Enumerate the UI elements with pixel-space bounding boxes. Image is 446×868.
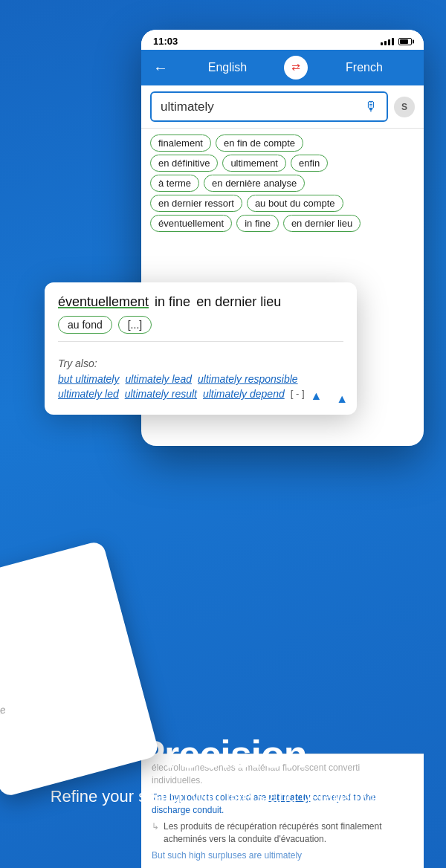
signal-icon xyxy=(381,38,394,45)
result-main-words: éventuellement in fine en dernier lieu xyxy=(58,294,343,310)
result-word-en-dernier-lieu[interactable]: en dernier lieu xyxy=(196,294,281,310)
chip-en-dernier-lieu[interactable]: en dernier lieu xyxy=(283,215,361,232)
try-link-but-ultimately[interactable]: but ultimately xyxy=(58,373,119,385)
chip-enfin[interactable]: enfin xyxy=(291,155,328,172)
s-badge[interactable]: S xyxy=(394,97,415,117)
app-header: ← English ⇄ French xyxy=(141,50,424,85)
chip-row-2: en définitive ultimement enfin xyxy=(150,155,415,172)
result-secondary: au fond [...] ▲ xyxy=(58,316,343,334)
try-link-ultimately-responsible[interactable]: ultimately responsible xyxy=(198,373,298,385)
swap-languages-button[interactable]: ⇄ xyxy=(284,56,308,80)
target-language-label: French xyxy=(314,61,415,74)
chip-a-terme[interactable]: à terme xyxy=(150,175,199,192)
chip-row-3: à terme en dernière analyse xyxy=(150,175,415,192)
chip-row-4: en dernier ressort au bout du compte xyxy=(150,195,415,212)
back-button[interactable]: ← xyxy=(150,56,171,80)
chip-bracket[interactable]: [...] xyxy=(118,316,152,334)
try-link-ultimately-depend[interactable]: ultimately depend xyxy=(203,388,285,403)
status-bar: 11:03 xyxy=(141,30,424,50)
footer-subtitle: Refine your search with filters and deta… xyxy=(30,786,416,809)
swap-icon: ⇄ xyxy=(291,62,300,74)
chip-au-fond[interactable]: au fond xyxy=(58,316,112,334)
chip-row-1: finalement en fin de compte xyxy=(150,135,415,152)
result-word-in-fine[interactable]: in fine xyxy=(155,294,190,310)
try-also-links: but ultimately ultimately lead ultimatel… xyxy=(58,373,343,403)
result-word-eventuellement[interactable]: éventuellement xyxy=(58,294,149,310)
chip-finalement[interactable]: finalement xyxy=(150,135,211,152)
try-link-ultimately-result[interactable]: ultimately result xyxy=(125,388,197,403)
bottom-phone-text: nte xyxy=(0,642,128,719)
collapse-button[interactable]: ▲ xyxy=(336,392,348,406)
chip-en-fin-de-compte[interactable]: en fin de compte xyxy=(216,135,303,152)
mic-icon[interactable]: 🎙 xyxy=(364,99,378,114)
try-link-ultimately-lead[interactable]: ultimately lead xyxy=(125,373,192,385)
search-input[interactable]: ultimately 🎙 xyxy=(150,91,388,122)
chips-area: finalement en fin de compte en définitiv… xyxy=(141,129,424,241)
example-partial: But such high surpluses are ultimately xyxy=(152,850,413,861)
chip-en-definitive[interactable]: en définitive xyxy=(150,155,218,172)
collapse-try-also-button[interactable]: ▲ xyxy=(311,389,323,403)
source-language-label: English xyxy=(177,61,278,74)
chip-en-dernier-ressort[interactable]: en dernier ressort xyxy=(150,195,242,212)
chip-eventuellement[interactable]: éventuellement xyxy=(150,215,232,232)
translation-arrow: ↳ xyxy=(152,821,159,832)
try-also-label: Try also: xyxy=(58,357,97,369)
example-translation: ↳ Les produits de récupération récupérés… xyxy=(152,820,413,846)
try-link-ultimately-led[interactable]: ultimately led xyxy=(58,388,119,403)
try-also-section: Try also: but ultimately ultimately lead… xyxy=(58,349,343,406)
example-french: Les produits de récupération récupérés s… xyxy=(164,820,413,846)
chip-en-derniere-analyse[interactable]: en dernière analyse xyxy=(204,175,305,192)
divider xyxy=(58,341,343,342)
search-query-text: ultimately xyxy=(161,100,214,114)
expand-bracket[interactable]: [ - ] xyxy=(291,388,305,403)
result-card: éventuellement in fine en dernier lieu a… xyxy=(45,282,357,415)
chip-row-5: éventuellement in fine en dernier lieu xyxy=(150,215,415,232)
battery-icon xyxy=(398,38,412,45)
status-time: 11:03 xyxy=(153,36,178,47)
search-bar: ultimately 🎙 S xyxy=(141,85,424,129)
status-icons xyxy=(381,38,412,45)
chip-in-fine[interactable]: in fine xyxy=(236,215,279,232)
chip-au-bout-du-compte[interactable]: au bout du compte xyxy=(247,195,343,212)
chip-ultimement[interactable]: ultimement xyxy=(222,155,286,172)
